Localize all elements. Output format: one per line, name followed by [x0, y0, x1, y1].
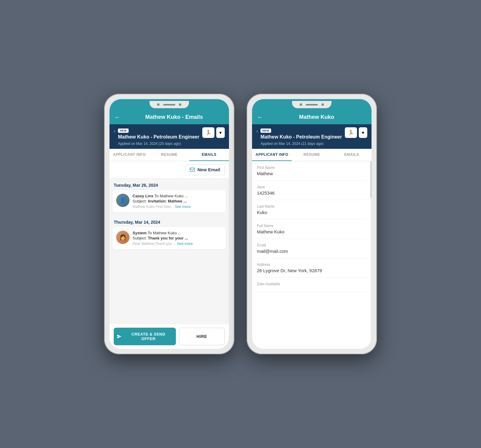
tab-applicant-info-1[interactable]: APPLICANT INFO	[109, 149, 149, 161]
email-sender-1: Casey Lins To Mathew Kuko ...	[133, 194, 222, 198]
value-last-name: Kuko	[257, 210, 367, 215]
date-header-1: Tuesday, Mar 26, 2024	[109, 179, 229, 190]
field-date-available: Date Available	[257, 278, 367, 292]
see-more-2[interactable]: See more	[177, 242, 193, 246]
system-face-icon: 👩	[119, 234, 126, 241]
value-java: 1425346	[257, 190, 367, 196]
card-subtitle-1: Applied on Mar 14, 2024 (20 days ago)	[118, 142, 200, 146]
notch-1	[150, 101, 189, 108]
phone-1: ← Mathew Kuko - Emails ‹ NEW Mathew Kuko…	[104, 94, 234, 354]
new-email-button[interactable]: New Email	[185, 164, 225, 175]
email-list: Tuesday, Mar 26, 2024 👤 Casey Lins To Ma…	[109, 179, 229, 252]
notch-dot-right-2	[321, 103, 324, 106]
info-fields: First Name Mathew Java 1425346 Last Name…	[252, 161, 372, 292]
run-button-1[interactable]: 🏃	[202, 127, 214, 138]
email-info-2: System To Mathew Kuko ... Subject: Thank…	[133, 231, 222, 246]
create-send-offer-button[interactable]: CREATE & SEND OFFER	[114, 328, 176, 345]
date-header-2: Thursday, Mar 14, 2024	[109, 216, 229, 227]
notch-area-1	[109, 99, 229, 110]
info-content: First Name Mathew Java 1425346 Last Name…	[252, 161, 372, 349]
avatar-system: 👩	[116, 231, 130, 244]
notch-speaker	[163, 104, 175, 105]
svg-rect-0	[190, 168, 194, 172]
card-header-2: ‹ NEW Mathew Kuko - Petroleum Engineer A…	[252, 124, 372, 149]
back-button-1[interactable]: ←	[114, 114, 120, 121]
email-card-1[interactable]: 👤 Casey Lins To Mathew Kuko ... Subject:…	[113, 190, 226, 212]
tab-applicant-info-2[interactable]: APPLICANT INFO	[252, 149, 292, 161]
value-full-name: Mathew Kuko	[257, 229, 367, 234]
email-sender-2: System To Mathew Kuko ...	[133, 231, 222, 235]
value-email: mail@mail.com	[257, 249, 367, 254]
card-header-1: ‹ NEW Mathew Kuko - Petroleum Engineer A…	[109, 124, 229, 149]
field-address: Address 26 Lygrove Dr, New York, 92879	[257, 258, 367, 278]
page-title-1: Mathew Kuko - Emails	[124, 114, 224, 120]
tab-emails-1[interactable]: EMAILS	[189, 149, 229, 161]
field-full-name: Full Name Mathew Kuko	[257, 219, 367, 239]
card-back-1[interactable]: ‹	[114, 128, 116, 134]
label-date-available: Date Available	[257, 282, 367, 286]
notch-2	[292, 101, 331, 108]
tab-resume-1[interactable]: RESUME	[149, 149, 189, 161]
value-first-name: Mathew	[257, 171, 367, 176]
tabs-1: APPLICANT INFO RESUME EMAILS	[109, 149, 229, 161]
casey-face-icon: 👤	[119, 197, 126, 204]
phones-container: ← Mathew Kuko - Emails ‹ NEW Mathew Kuko…	[104, 94, 377, 354]
avatar-casey: 👤	[116, 194, 130, 207]
tab-resume-2[interactable]: RESUME	[292, 149, 331, 161]
dropdown-button-2[interactable]: ▾	[359, 127, 367, 138]
dropdown-button-1[interactable]: ▾	[216, 127, 225, 138]
email-toolbar: New Email	[109, 161, 229, 179]
notch-area-2	[252, 99, 372, 110]
field-email: Email mail@mail.com	[257, 239, 367, 258]
new-badge-2: NEW	[261, 129, 271, 133]
send-icon	[117, 334, 122, 339]
notch-dot-right	[179, 103, 181, 106]
card-title-2: Mathew Kuko - Petroleum Engineer	[261, 134, 342, 140]
field-last-name: Last Name Kuko	[257, 200, 367, 219]
label-address: Address	[257, 262, 367, 267]
phone-1-inner: ← Mathew Kuko - Emails ‹ NEW Mathew Kuko…	[109, 99, 229, 349]
card-actions-1: 🏃 ▾	[202, 127, 225, 138]
label-java: Java	[257, 185, 367, 189]
card-title-1: Mathew Kuko - Petroleum Engineer	[118, 134, 200, 140]
back-button-2[interactable]: ←	[257, 114, 263, 121]
hire-button[interactable]: HIRE	[179, 328, 225, 345]
notch-dot-left	[157, 103, 160, 106]
card-content-1: NEW Mathew Kuko - Petroleum Engineer App…	[118, 127, 200, 146]
notch-dot-left-2	[300, 103, 302, 106]
email-content: New Email Tuesday, Mar 26, 2024 👤 Casey …	[109, 161, 229, 324]
tab-emails-2[interactable]: EMAILS	[332, 149, 372, 161]
email-subject-2: Subject: Thank you for your ...	[133, 236, 222, 240]
email-preview-1: Mathew Kuko First Inter... See more	[133, 205, 222, 209]
phone-2-inner: ← Mathew Kuko ‹ NEW Mathew Kuko - Petrol…	[252, 99, 372, 349]
card-back-2[interactable]: ‹	[256, 128, 258, 134]
run-button-2[interactable]: 🏃	[345, 127, 357, 138]
new-badge-1: NEW	[118, 129, 129, 133]
email-card-2[interactable]: 👩 System To Mathew Kuko ... Subject: Tha…	[113, 227, 226, 249]
phone-2-header: ← Mathew Kuko	[252, 110, 372, 124]
tabs-2: APPLICANT INFO RESUME EMAILS	[252, 149, 372, 161]
page-title-2: Mathew Kuko	[267, 114, 367, 120]
phone-1-header: ← Mathew Kuko - Emails	[109, 110, 229, 124]
card-actions-2: 🏃 ▾	[345, 127, 367, 138]
message-icon	[190, 167, 195, 172]
value-address: 26 Lygrove Dr, New York, 92879	[257, 268, 367, 273]
field-first-name: First Name Mathew	[257, 161, 367, 181]
scroll-thumb[interactable]	[370, 161, 372, 198]
email-info-1: Casey Lins To Mathew Kuko ... Subject: I…	[133, 194, 222, 209]
bottom-actions: CREATE & SEND OFFER HIRE	[109, 324, 229, 349]
notch-speaker-2	[306, 104, 318, 105]
email-preview-2: Dear Mathew,Thank you ... See more	[133, 242, 222, 246]
scroll-track	[370, 161, 372, 349]
see-more-1[interactable]: See more	[175, 205, 190, 209]
email-subject-1: Subject: Invitation: Mathew ...	[133, 199, 222, 203]
info-scroll-container: First Name Mathew Java 1425346 Last Name…	[252, 161, 372, 349]
card-content-2: NEW Mathew Kuko - Petroleum Engineer App…	[261, 127, 342, 146]
label-first-name: First Name	[257, 165, 367, 170]
phone-2: ← Mathew Kuko ‹ NEW Mathew Kuko - Petrol…	[247, 94, 377, 354]
field-java: Java 1425346	[257, 181, 367, 200]
label-full-name: Full Name	[257, 224, 367, 228]
label-email: Email	[257, 243, 367, 247]
label-last-name: Last Name	[257, 204, 367, 209]
card-subtitle-2: Applied on Mar 14, 2024 (21 days ago)	[261, 142, 342, 146]
